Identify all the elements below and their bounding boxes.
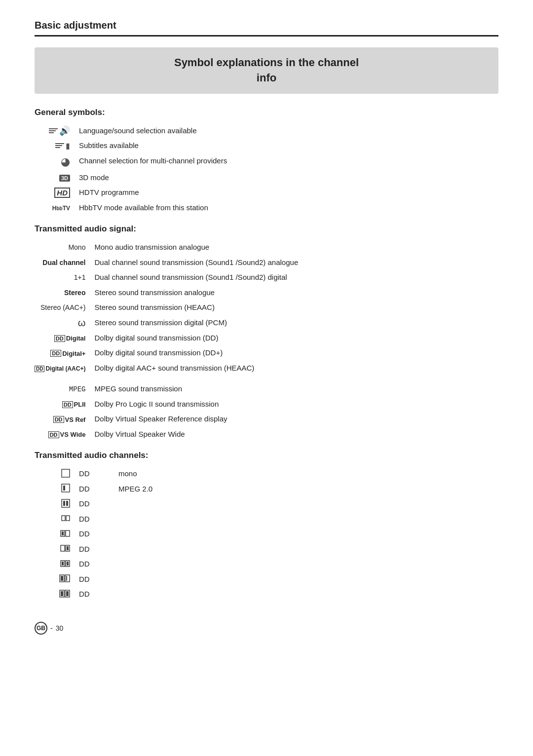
hdtv-desc: HDTV programme — [79, 185, 498, 200]
audio-signal-heading: Transmitted audio signal: — [35, 224, 498, 234]
footer-dash: - — [50, 624, 53, 632]
hbbtv-desc: HbbTV mode available from this station — [79, 200, 498, 216]
dolby-plii-desc: Dolby Pro Logic II sound transmission — [94, 397, 498, 412]
svg-rect-13 — [67, 546, 69, 550]
svg-rect-25 — [66, 591, 69, 596]
dolby-vsref-icon: DD VS Ref — [35, 412, 94, 427]
chan-2-icon — [35, 482, 79, 497]
table-row: Mono Mono audio transmission analogue — [35, 240, 498, 255]
language-sound-icon: 🔊 — [35, 123, 79, 139]
audio-channels-heading: Transmitted audio channels: — [35, 451, 498, 460]
chan-3-col2 — [118, 496, 498, 512]
chan-4-col2 — [118, 512, 498, 527]
chan-6-col1: DD — [79, 542, 118, 557]
chan-1-col1: DD — [79, 466, 118, 482]
chan-4-icon — [35, 512, 79, 527]
chan-3-icon — [35, 496, 79, 512]
chan-8-col1: DD — [79, 572, 118, 587]
dolby-digital-desc: Dolby digital sound transmission (DD) — [94, 331, 498, 346]
chan-3-col1: DD — [79, 496, 118, 512]
svg-rect-1 — [62, 484, 70, 492]
table-row: DD VS Wide Dolby Virtual Speaker Wide — [35, 427, 498, 442]
language-sound-desc: Language/sound selection available — [79, 123, 498, 139]
table-row: HbbTV HbbTV mode available from this sta… — [35, 200, 498, 216]
svg-rect-17 — [67, 562, 69, 566]
dolby-vswide-desc: Dolby Virtual Speaker Wide — [94, 427, 498, 442]
table-row: DD — [35, 542, 498, 557]
stereo-pcm-desc: Stereo sound transmission digital (PCM) — [94, 315, 498, 331]
dolby-vsref-desc: Dolby Virtual Speaker Reference display — [94, 412, 498, 427]
dolby-digital-aac-icon: DD Digital (AAC+) — [35, 361, 94, 376]
header-box: Symbol explanations in the channel info — [35, 47, 498, 94]
section-title: Basic adjustment — [35, 20, 498, 37]
audio-channels-table: DD mono DD MPEG 2.0 — [35, 466, 498, 602]
chan-2-col2: MPEG 2.0 — [118, 482, 498, 497]
chan-9-icon — [35, 587, 79, 602]
table-row: DD Digital Dolby digital sound transmiss… — [35, 331, 498, 346]
table-row: DD — [35, 587, 498, 602]
svg-rect-19 — [65, 575, 70, 582]
svg-rect-20 — [61, 576, 63, 581]
chan-5-col1: DD — [79, 527, 118, 542]
table-row: HD HDTV programme — [35, 185, 498, 200]
table-row: DD mono — [35, 466, 498, 482]
chan-7-col1: DD — [79, 557, 118, 572]
table-row: Stereo Stereo sound transmission analogu… — [35, 285, 498, 301]
svg-rect-2 — [63, 486, 65, 491]
svg-rect-10 — [62, 531, 64, 535]
hdtv-icon: HD — [35, 185, 79, 200]
stereo-aac-desc: Stereo sound transmission (HEAAC) — [94, 300, 498, 315]
svg-rect-0 — [62, 469, 70, 477]
channel-selection-icon: ◕ — [35, 153, 79, 170]
dolby-digital-aac-desc: Dolby digital AAC+ sound transmission (H… — [94, 361, 498, 376]
mpeg-desc: MPEG sound transmission — [94, 381, 498, 397]
chan-5-col2 — [118, 527, 498, 542]
chan-1-col2: mono — [118, 466, 498, 482]
table-row: 🔊 Language/sound selection available — [35, 123, 498, 139]
footer-badge: GB — [35, 622, 47, 635]
stereo-icon: Stereo — [35, 285, 94, 301]
svg-rect-7 — [66, 516, 70, 521]
3d-mode-desc: 3D mode — [79, 170, 498, 186]
svg-rect-3 — [62, 499, 70, 507]
svg-rect-16 — [62, 562, 64, 566]
table-row: MPEG MPEG sound transmission — [35, 381, 498, 397]
general-symbols-heading: General symbols: — [35, 108, 498, 117]
svg-rect-9 — [66, 530, 70, 536]
chan-1-icon — [35, 466, 79, 482]
stereo-aac-icon: Stereo (AAC+) — [35, 300, 94, 315]
table-row: DD — [35, 557, 498, 572]
chan-6-col2 — [118, 542, 498, 557]
dolby-digital-plus-icon: DD Digital+ — [35, 345, 94, 361]
footer: GB - 30 — [35, 622, 498, 635]
table-row: DD — [35, 512, 498, 527]
table-row: Dual channel Dual channel sound transmis… — [35, 255, 498, 270]
table-row: DD Digital (AAC+) Dolby digital AAC+ sou… — [35, 361, 498, 376]
table-row: ▮ Subtitles available — [35, 138, 498, 153]
dual-channel-icon: Dual channel — [35, 255, 94, 270]
table-row: 3D 3D mode — [35, 170, 498, 186]
dolby-vswide-icon: DD VS Wide — [35, 427, 94, 442]
page-container: Basic adjustment Symbol explanations in … — [35, 20, 498, 635]
subtitles-icon: ▮ — [35, 138, 79, 153]
chan-9-col2 — [118, 587, 498, 602]
dual-channel-desc: Dual channel sound transmission (Sound1 … — [94, 255, 498, 270]
svg-rect-4 — [63, 501, 65, 506]
mono-icon: Mono — [35, 240, 94, 255]
mono-desc: Mono audio transmission analogue — [94, 240, 498, 255]
table-row: ω Stereo sound transmission digital (PCM… — [35, 315, 498, 331]
chan-4-col1: DD — [79, 512, 118, 527]
subtitles-desc: Subtitles available — [79, 138, 498, 153]
table-row: DD VS Ref Dolby Virtual Speaker Referenc… — [35, 412, 498, 427]
table-row: DD MPEG 2.0 — [35, 482, 498, 497]
footer-page-number: 30 — [56, 624, 64, 632]
channel-selection-desc: Channel selection for multi-channel prov… — [79, 153, 498, 170]
svg-rect-24 — [61, 591, 63, 596]
table-row: DD — [35, 527, 498, 542]
hbbtv-icon: HbbTV — [35, 200, 79, 216]
1plus1-desc: Dual channel sound transmission (Sound1 … — [94, 270, 498, 285]
chan-8-col2 — [118, 572, 498, 587]
chan-6-icon — [35, 542, 79, 557]
stereo-pcm-icon: ω — [35, 315, 94, 331]
1plus1-icon: 1+1 — [35, 270, 94, 285]
